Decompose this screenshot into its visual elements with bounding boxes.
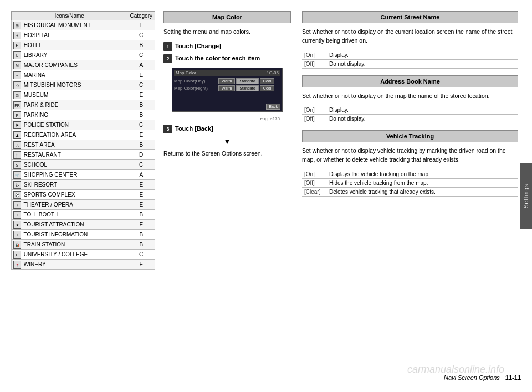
poi-category: E <box>127 220 155 230</box>
poi-category: E <box>127 260 155 270</box>
option-row: [Off]Do not display. <box>302 115 518 123</box>
poi-row: ♟ RECREATION AREA E <box>12 130 155 140</box>
address-book-title: Address Book Name <box>302 75 518 87</box>
poi-row: PR PARK & RIDE B <box>12 100 155 110</box>
poi-name-cell: H HOTEL <box>12 40 127 50</box>
current-street-options: [On]Display.[Off]Do not display. <box>302 51 518 69</box>
poi-name-cell: ⊡ MUSEUM <box>12 90 127 100</box>
poi-name-cell: + HOSPITAL <box>12 30 127 40</box>
screen-title: Map Color <box>176 70 196 75</box>
poi-icon: 🍷 <box>13 261 21 269</box>
screen-label-day: Map Color(Day) <box>174 79 218 84</box>
poi-name-cell: ⊞ HISTORICAL MONUMENT <box>12 20 127 30</box>
poi-category: B <box>127 140 155 150</box>
screen-back-button[interactable]: Back <box>266 104 280 110</box>
standard-btn-night[interactable]: Standard <box>236 85 258 91</box>
standard-btn-day[interactable]: Standard <box>236 78 258 84</box>
step-2-number: 2 <box>163 54 172 63</box>
poi-name-cell: S SCHOOL <box>12 160 127 170</box>
settings-tab-label: Settings <box>523 184 529 208</box>
poi-name: MITSUBISHI MOTORS <box>24 81 81 87</box>
poi-icon: ⚽ <box>13 191 21 199</box>
option-row: [Off]Do not display. <box>302 59 518 68</box>
option-key: [On] <box>302 106 327 115</box>
page-number: 11-11 <box>505 374 521 381</box>
option-key: [On] <box>302 170 327 179</box>
step-3-text: Touch [Back] <box>175 125 213 133</box>
poi-name: MUSEUM <box>24 91 48 97</box>
poi-row: S SCHOOL C <box>12 160 155 170</box>
vehicle-tracking-description: Set whether or not to display vehicle tr… <box>302 147 518 164</box>
vehicle-tracking-options: [On]Displays the vehicle tracking on the… <box>302 170 518 197</box>
poi-category: C <box>127 50 155 60</box>
poi-name: LIBRARY <box>24 51 48 58</box>
poi-category: E <box>127 90 155 100</box>
poi-name-cell: 🍴 RESTAURANT <box>12 150 127 160</box>
poi-name: TOURIST INFORMATION <box>24 231 88 237</box>
poi-table: Icons/Name Category ⊞ HISTORICAL MONUMEN… <box>11 11 155 270</box>
poi-icon: ♟ <box>13 131 21 139</box>
poi-name: REST AREA <box>24 141 55 147</box>
warm-btn-night[interactable]: Warm <box>218 85 235 91</box>
step-1-text: Touch [Change] <box>175 42 221 50</box>
poi-name-cell: T TOLL BOOTH <box>12 210 127 220</box>
vehicle-tracking-title: Vehicle Tracking <box>302 130 518 142</box>
poi-name-cell: U UNIVERSITY / COLLEGE <box>12 250 127 260</box>
poi-row: i TOURIST INFORMATION B <box>12 230 155 240</box>
poi-row: ♪ THEATER / OPERA E <box>12 200 155 210</box>
poi-category: C <box>127 30 155 40</box>
poi-name-cell: 🚂 TRAIN STATION <box>12 240 127 250</box>
poi-icon: 🛒 <box>13 171 21 179</box>
poi-name: HOTEL <box>24 42 42 48</box>
right-column: Current Street Name Set whether or not t… <box>299 11 521 369</box>
poi-icon: 🍴 <box>13 151 21 159</box>
poi-icon: i <box>13 231 21 239</box>
poi-row: P PARKING B <box>12 110 155 120</box>
current-street-section: Current Street Name Set whether or not t… <box>302 11 518 69</box>
option-key: [Off] <box>302 178 327 187</box>
poi-row: 🚂 TRAIN STATION B <box>12 240 155 250</box>
poi-name-cell: ⚑ POLICE STATION <box>12 120 127 130</box>
poi-row: ~ MARINA E <box>12 70 155 80</box>
poi-name: POLICE STATION <box>24 121 69 127</box>
poi-icon: S <box>13 161 21 169</box>
poi-row: + HOSPITAL C <box>12 30 155 40</box>
poi-name-cell: ◇ MITSUBISHI MOTORS <box>12 80 127 90</box>
poi-row: U UNIVERSITY / COLLEGE C <box>12 250 155 260</box>
poi-name-cell: PR PARK & RIDE <box>12 100 127 110</box>
poi-icon: U <box>13 251 21 259</box>
step-3: 3 Touch [Back] <box>163 125 291 133</box>
poi-icon: L <box>13 51 21 59</box>
poi-name: SCHOOL <box>24 161 47 167</box>
poi-icon: ⊞ <box>13 22 21 29</box>
poi-row: 🍷 WINERY E <box>12 260 155 270</box>
warm-btn-day[interactable]: Warm <box>218 78 235 84</box>
poi-header-name: Icons/Name <box>12 12 127 20</box>
step-2: 2 Touch the color for each item <box>163 54 291 63</box>
poi-name-cell: 🍷 WINERY <box>12 260 127 270</box>
map-color-description: Setting the menu and map colors. <box>163 28 291 37</box>
poi-name-cell: △ REST AREA <box>12 140 127 150</box>
poi-name: RESTAURANT <box>24 151 61 157</box>
poi-name: HOSPITAL <box>24 32 51 38</box>
image-caption: eng_a175 <box>163 116 280 121</box>
poi-row: 🛒 SHOPPING CENTER A <box>12 170 155 180</box>
poi-category: E <box>127 180 155 190</box>
poi-name-cell: ⛷ SKI RESORT <box>12 180 127 190</box>
settings-tab: Settings <box>520 163 532 229</box>
screen-label-night: Map Color(Night) <box>174 86 218 91</box>
page: Icons/Name Category ⊞ HISTORICAL MONUMEN… <box>0 0 532 392</box>
cool-btn-night[interactable]: Cool <box>260 85 274 91</box>
poi-category: C <box>127 160 155 170</box>
poi-icon: ⚑ <box>13 121 21 129</box>
poi-row: ★ TOURIST ATTRACTION E <box>12 220 155 230</box>
poi-name-cell: 🛒 SHOPPING CENTER <box>12 170 127 180</box>
address-book-options: [On]Display.[Off]Do not display. <box>302 106 518 123</box>
map-color-screen: Map Color 1C-05 Map Color(Day) Warm Stan… <box>172 68 283 112</box>
step-1: 1 Touch [Change] <box>163 42 291 51</box>
poi-row: 🍴 RESTAURANT D <box>12 150 155 160</box>
poi-icon: ~ <box>13 71 21 79</box>
step-1-number: 1 <box>163 42 172 51</box>
cool-btn-day[interactable]: Cool <box>260 78 274 84</box>
poi-category: B <box>127 240 155 250</box>
